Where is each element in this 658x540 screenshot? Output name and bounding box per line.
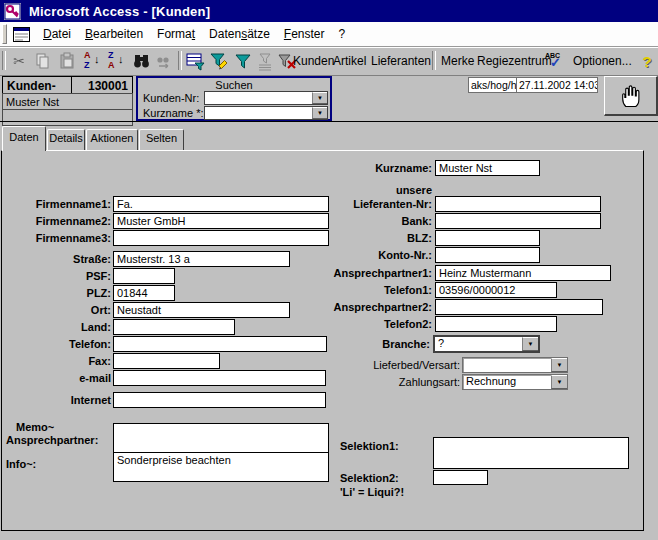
lieferbed-label: Lieferbed/Versart: [350, 359, 460, 371]
bank-label: Bank: [325, 215, 432, 227]
toolbar: ✂ AZ↓ ZA↓ [0, 47, 658, 76]
dropdown-arrow-icon[interactable]: ▼ [551, 358, 567, 372]
tab-daten[interactable]: Daten [2, 126, 46, 151]
ort-input[interactable] [113, 302, 290, 318]
firmenname1-input[interactable] [113, 196, 329, 212]
memo-ansprechpartner-input[interactable] [113, 423, 329, 453]
dropdown-arrow-icon[interactable]: ▼ [312, 92, 327, 104]
firmenname1-label: Firmenname1: [4, 198, 111, 210]
dropdown-arrow-icon[interactable]: ▼ [551, 375, 567, 389]
branche-combobox[interactable]: ? ▼ [433, 335, 540, 353]
user-initials-field: aks/hog/hi [468, 77, 517, 93]
find-next-icon[interactable] [154, 50, 176, 72]
email-label: e-mail [4, 372, 111, 384]
hand-button[interactable] [604, 76, 658, 116]
filter-icon[interactable] [232, 50, 254, 72]
paste-icon[interactable] [56, 50, 78, 72]
konto-nr-input[interactable] [435, 247, 540, 263]
selektion1-input[interactable] [433, 437, 629, 469]
window-title: Microsoft Access - [Kunden] [29, 4, 210, 19]
kurzname-input[interactable] [435, 160, 540, 176]
menu-datensaetze[interactable]: Datensätze [202, 25, 277, 43]
lieferbed-combobox[interactable]: ▼ [462, 357, 568, 373]
firmenname3-label: Firmenname3: [4, 232, 111, 244]
form-view-icon[interactable] [13, 27, 30, 42]
menu-format[interactable]: Format [150, 25, 202, 43]
dropdown-arrow-icon[interactable]: ▼ [312, 107, 327, 119]
selektion1-label: Selektion1: [340, 440, 430, 452]
telefon1-input[interactable] [435, 282, 557, 298]
filter-by-selection-icon[interactable] [208, 50, 230, 72]
strasse-label: Straße: [4, 253, 111, 265]
fax-input[interactable] [113, 353, 220, 369]
spelling-icon[interactable]: ABC✓ [544, 50, 566, 72]
menu-datei[interactable]: Datei [36, 25, 78, 43]
telefon2-label: Telefon2: [325, 318, 432, 330]
toolbar-separator [432, 51, 436, 70]
firmenname2-label: Firmenname2: [4, 215, 111, 227]
kurzname-label: Kurzname: [325, 162, 432, 174]
menu-drag-handle[interactable] [2, 24, 7, 44]
tab-aktionen[interactable]: Aktionen [86, 129, 138, 150]
telefon-input[interactable] [113, 336, 327, 352]
cut-icon[interactable]: ✂ [8, 50, 30, 72]
title-bar: Microsoft Access - [Kunden] [0, 0, 658, 22]
tab-details[interactable]: Details [47, 129, 85, 150]
filter-by-form-icon[interactable] [184, 50, 206, 72]
bank-input[interactable] [435, 213, 601, 229]
access-window: Microsoft Access - [Kunden] Datei Bearbe… [0, 0, 658, 540]
lieferanten-button[interactable]: Lieferanten [368, 53, 434, 69]
menu-bearbeiten[interactable]: Bearbeiten [78, 25, 150, 43]
li-note: 'Li' = Liqui?! [340, 486, 460, 498]
artikel-button[interactable]: Artikel [330, 53, 369, 69]
email-input[interactable] [113, 370, 326, 386]
firmenname3-input[interactable] [113, 230, 329, 246]
selektion2-label: Selektion2: [340, 472, 430, 484]
ansprechpartner2-label: Ansprechpartner2: [325, 301, 432, 313]
menu-bar: Datei Bearbeiten Format Datensätze Fenst… [0, 22, 658, 47]
hand-icon [617, 82, 645, 110]
search-kurzname-label: Kurzname *: [143, 107, 204, 119]
sort-ascending-icon[interactable]: AZ↓ [82, 50, 104, 72]
sort-descending-icon[interactable]: ZA↓ [106, 50, 128, 72]
plz-input[interactable] [113, 285, 175, 301]
menu-fenster[interactable]: Fenster [277, 25, 332, 43]
menu-help[interactable]: ? [332, 25, 353, 43]
help-icon[interactable]: ? [636, 50, 658, 72]
strasse-input[interactable] [113, 251, 290, 267]
unsere-label: unsere [325, 184, 432, 196]
dropdown-arrow-icon[interactable]: ▼ [522, 337, 538, 351]
psf-input[interactable] [113, 268, 175, 284]
merke-button[interactable]: Merke [438, 53, 477, 69]
optionen-button[interactable]: Optionen... [570, 53, 635, 69]
apply-filter-icon[interactable] [254, 50, 276, 72]
kunden-nr-header-value: 130001 [71, 76, 133, 94]
kunden-nr-header-label: Kunden-Nr: [2, 76, 72, 94]
blz-input[interactable] [435, 230, 540, 246]
ansprechpartner1-label: Ansprechpartner1: [325, 267, 432, 279]
zahlungsart-combobox[interactable]: Rechnung ▼ [462, 374, 568, 390]
ansprechpartner2-input[interactable] [435, 299, 603, 315]
toolbar-drag-handle[interactable] [2, 51, 6, 70]
search-kunden-nr-label: Kunden-Nr: [143, 92, 199, 104]
ansprechpartner1-input[interactable] [435, 265, 611, 281]
internet-input[interactable] [113, 392, 326, 408]
land-label: Land: [4, 321, 111, 333]
selektion2-input[interactable] [433, 470, 488, 485]
info-input[interactable]: Sonderpreise beachten [113, 452, 329, 482]
search-kurzname-combobox[interactable]: ▼ [204, 106, 328, 120]
regiezentrum-button[interactable]: Regiezentrum [474, 53, 555, 69]
land-input[interactable] [113, 319, 235, 335]
tab-selten[interactable]: Selten [139, 129, 184, 150]
copy-icon[interactable] [32, 50, 54, 72]
info-label: Info~: [6, 458, 111, 470]
find-icon[interactable] [130, 50, 152, 72]
branche-label: Branche: [325, 338, 430, 350]
psf-label: PSF: [4, 270, 111, 282]
header-divider [0, 121, 658, 122]
telefon1-label: Telefon1: [325, 284, 432, 296]
telefon2-input[interactable] [435, 316, 557, 332]
firmenname2-input[interactable] [113, 213, 329, 229]
search-kunden-nr-combobox[interactable]: ▼ [204, 91, 328, 105]
lieferanten-nr-input[interactable] [435, 196, 601, 212]
